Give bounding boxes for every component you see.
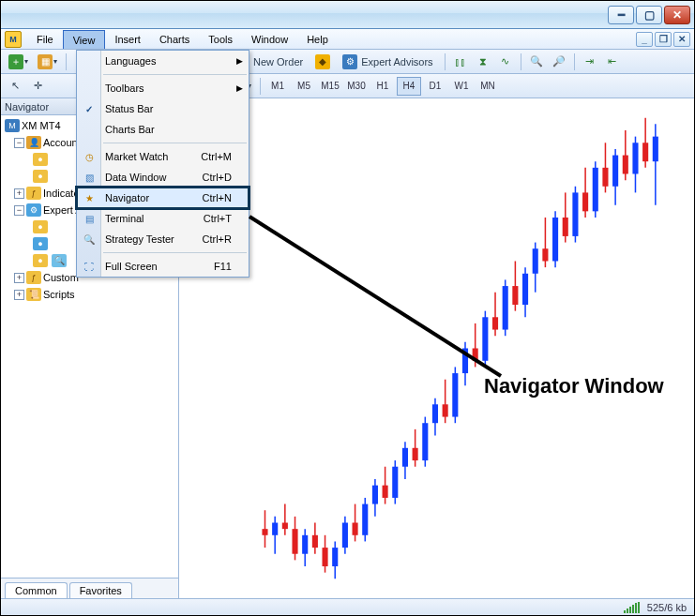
view-menu-full-screen[interactable]: ⛶ Full Screen F11 (77, 256, 249, 277)
new-chart-button[interactable]: ＋▾ (5, 52, 32, 72)
timeframe-w1[interactable]: W1 (449, 77, 474, 96)
zoom-out-icon[interactable]: 🔎 (549, 52, 569, 72)
menu-window[interactable]: Window (242, 29, 297, 49)
navigator-tab-favorites[interactable]: Favorites (69, 582, 132, 598)
view-menu-languages[interactable]: Languages▶ (77, 51, 249, 71)
timeframe-h1[interactable]: H1 (370, 77, 395, 96)
terminal-icon: ▤ (82, 211, 97, 226)
market-watch-icon: ◷ (82, 149, 97, 164)
timeframe-m30[interactable]: M30 (344, 77, 369, 96)
view-menu-navigator[interactable]: ★ Navigator Ctrl+N (77, 188, 249, 208)
svg-rect-25 (383, 486, 388, 498)
menu-tools[interactable]: Tools (199, 29, 242, 49)
svg-rect-65 (582, 192, 588, 211)
svg-rect-41 (462, 349, 468, 374)
view-menu-terminal[interactable]: ▤ Terminal Ctrl+T (77, 208, 249, 229)
full-screen-icon: ⛶ (82, 259, 97, 274)
view-menu-dropdown: Languages▶ Toolbars▶ ✓ Status Bar Charts… (76, 50, 249, 278)
svg-rect-43 (473, 349, 478, 361)
menu-view[interactable]: View (63, 30, 106, 49)
svg-rect-45 (482, 317, 488, 361)
tree-root[interactable]: XM MT4 (22, 120, 61, 131)
svg-rect-67 (593, 168, 598, 212)
connection-icon (624, 602, 640, 613)
app-icon: M (5, 31, 22, 48)
svg-rect-1 (262, 529, 267, 535)
status-bar: 525/6 kb (1, 598, 694, 615)
window-titlebar: ━ ▢ ✕ (1, 1, 694, 29)
svg-rect-69 (602, 168, 608, 187)
svg-rect-31 (413, 448, 418, 460)
timeframe-m1[interactable]: M1 (265, 77, 290, 96)
svg-rect-55 (533, 248, 538, 274)
timeframe-mn[interactable]: MN (476, 77, 500, 96)
navigator-icon: ★ (82, 190, 97, 205)
zoom-in-icon[interactable]: 🔍 (526, 52, 547, 72)
svg-rect-19 (353, 523, 358, 535)
svg-rect-7 (292, 529, 297, 554)
maximize-button[interactable]: ▢ (636, 6, 662, 24)
new-order-label: New Order (253, 56, 303, 68)
tree-accounts[interactable]: Accounts (43, 137, 81, 148)
svg-rect-37 (443, 404, 448, 416)
timeframe-h4[interactable]: H4 (397, 77, 421, 96)
svg-rect-27 (392, 467, 398, 498)
menu-insert[interactable]: Insert (105, 29, 150, 49)
view-menu-toolbars[interactable]: Toolbars▶ (77, 78, 249, 98)
tree-scripts[interactable]: Scripts (43, 289, 75, 300)
child-minimize-button[interactable]: _ (636, 32, 653, 47)
timeframe-m5[interactable]: M5 (292, 77, 316, 96)
svg-rect-21 (362, 504, 368, 535)
svg-rect-75 (632, 143, 638, 173)
child-restore-button[interactable]: ❐ (655, 32, 672, 47)
crosshair-icon[interactable]: ✛ (27, 76, 48, 97)
svg-rect-47 (492, 317, 498, 329)
line-chart-icon[interactable]: ∿ (495, 52, 516, 72)
menu-charts[interactable]: Charts (150, 29, 199, 49)
candlestick-icon[interactable]: ⧗ (473, 52, 493, 72)
timeframe-m15[interactable]: M15 (318, 77, 342, 96)
svg-rect-79 (653, 137, 658, 162)
view-menu-status-bar[interactable]: ✓ Status Bar (77, 98, 249, 119)
tree-experts[interactable]: Expert Advisors (43, 204, 81, 216)
svg-rect-17 (342, 523, 348, 548)
timeframe-d1[interactable]: D1 (423, 77, 447, 96)
expert-advisors-button[interactable]: ⚙ Expert Advisors (336, 52, 439, 72)
data-window-icon: ▧ (82, 170, 97, 185)
svg-rect-9 (302, 535, 308, 554)
tree-custom[interactable]: Custom Indicators (43, 272, 81, 283)
child-close-button[interactable]: ✕ (673, 32, 690, 47)
status-kb: 525/6 kb (647, 602, 687, 613)
svg-rect-23 (372, 486, 378, 504)
svg-rect-15 (332, 548, 338, 566)
cursor-icon[interactable]: ↖ (5, 76, 25, 97)
chart-area[interactable] (179, 98, 694, 598)
navigator-tab-common[interactable]: Common (5, 582, 68, 598)
svg-rect-3 (272, 523, 278, 535)
svg-rect-71 (612, 156, 618, 187)
svg-rect-35 (432, 404, 438, 423)
tree-indicators[interactable]: Indicators (43, 188, 81, 199)
auto-scroll-icon[interactable]: ⇥ (580, 52, 600, 72)
menu-help[interactable]: Help (297, 29, 338, 49)
svg-rect-51 (512, 286, 518, 305)
navigator-title: Navigator (5, 101, 49, 113)
profiles-button[interactable]: ▦▾ (34, 52, 61, 72)
view-menu-market-watch[interactable]: ◷ Market Watch Ctrl+M (77, 146, 249, 167)
menu-file[interactable]: File (27, 29, 63, 49)
view-menu-strategy-tester[interactable]: 🔍 Strategy Tester Ctrl+R (77, 229, 249, 249)
view-menu-charts-bar[interactable]: Charts Bar (77, 119, 249, 140)
svg-rect-11 (312, 535, 318, 548)
alert-icon[interactable]: ◆ (311, 52, 334, 72)
close-button[interactable]: ✕ (664, 6, 690, 24)
expert-advisors-label: Expert Advisors (361, 56, 432, 68)
view-menu-data-window[interactable]: ▧ Data Window Ctrl+D (77, 167, 249, 188)
svg-rect-63 (572, 192, 578, 236)
bar-chart-icon[interactable]: ⫿⫿ (450, 52, 471, 72)
chart-shift-icon[interactable]: ⇤ (602, 52, 623, 72)
svg-rect-53 (522, 274, 528, 305)
strategy-tester-icon: 🔍 (82, 232, 97, 247)
svg-rect-39 (452, 373, 458, 417)
svg-rect-73 (623, 156, 628, 174)
minimize-button[interactable]: ━ (608, 6, 634, 24)
